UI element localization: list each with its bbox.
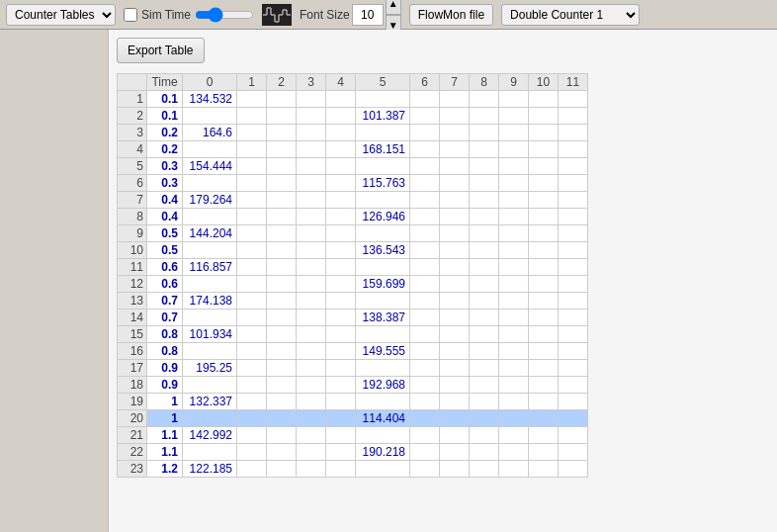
cell-rownum: 4 bbox=[118, 141, 147, 158]
cell-time: 0.9 bbox=[147, 377, 183, 394]
cell-col8 bbox=[470, 225, 499, 242]
cell-col1 bbox=[237, 108, 267, 125]
cell-col2 bbox=[267, 125, 297, 141]
cell-col10 bbox=[529, 108, 559, 125]
sim-time-slider[interactable] bbox=[195, 7, 254, 23]
cell-col4 bbox=[326, 427, 356, 444]
cell-col2 bbox=[267, 158, 297, 175]
cell-col6 bbox=[410, 158, 440, 175]
cell-col0: 144.204 bbox=[183, 225, 237, 242]
table-row: 120.6159.699 bbox=[118, 276, 588, 293]
cell-col0 bbox=[183, 242, 237, 259]
cell-rownum: 18 bbox=[118, 377, 147, 394]
header-col7: 7 bbox=[440, 74, 470, 91]
cell-col9 bbox=[499, 225, 529, 242]
cell-col3 bbox=[297, 343, 326, 360]
table-row: 170.9195.25 bbox=[118, 360, 588, 377]
cell-col6 bbox=[410, 444, 440, 461]
sim-time-checkbox[interactable] bbox=[124, 8, 137, 22]
cell-col1 bbox=[237, 192, 267, 209]
cell-rownum: 10 bbox=[118, 242, 147, 259]
cell-col4 bbox=[326, 141, 356, 158]
cell-col9 bbox=[499, 259, 529, 276]
cell-col5: 115.763 bbox=[356, 175, 410, 192]
cell-col10 bbox=[529, 276, 559, 293]
cell-col3 bbox=[297, 444, 326, 461]
cell-col10 bbox=[529, 158, 559, 175]
cell-col10 bbox=[529, 410, 559, 427]
cell-col2 bbox=[267, 427, 297, 444]
cell-col11 bbox=[559, 444, 588, 461]
cell-col0 bbox=[183, 343, 237, 360]
cell-col5 bbox=[356, 125, 410, 141]
cell-col10 bbox=[529, 91, 559, 108]
waveform-icon bbox=[262, 4, 292, 26]
cell-col5 bbox=[356, 427, 410, 444]
cell-col1 bbox=[237, 158, 267, 175]
cell-rownum: 3 bbox=[118, 125, 147, 141]
cell-col3 bbox=[297, 293, 326, 310]
cell-col4 bbox=[326, 209, 356, 225]
cell-col6 bbox=[410, 259, 440, 276]
cell-time: 0.9 bbox=[147, 360, 183, 377]
data-table: Time 0 1 2 3 4 5 6 7 8 9 10 11 10.1134.5… bbox=[117, 73, 588, 478]
cell-rownum: 1 bbox=[118, 91, 147, 108]
cell-col4 bbox=[326, 225, 356, 242]
cell-time: 0.5 bbox=[147, 242, 183, 259]
flowmon-button[interactable]: FlowMon file bbox=[409, 4, 493, 26]
cell-col7 bbox=[440, 377, 470, 394]
cell-col1 bbox=[237, 310, 267, 326]
table-row: 10.1134.532 bbox=[118, 91, 588, 108]
cell-col9 bbox=[499, 209, 529, 225]
header-col1: 1 bbox=[237, 74, 267, 91]
cell-col2 bbox=[267, 108, 297, 125]
table-row: 191132.337 bbox=[118, 394, 588, 410]
cell-col8 bbox=[470, 276, 499, 293]
cell-rownum: 8 bbox=[118, 209, 147, 225]
cell-time: 0.3 bbox=[147, 158, 183, 175]
cell-col6 bbox=[410, 276, 440, 293]
cell-col9 bbox=[499, 276, 529, 293]
cell-col0 bbox=[183, 410, 237, 427]
cell-col6 bbox=[410, 108, 440, 125]
cell-col4 bbox=[326, 410, 356, 427]
cell-col6 bbox=[410, 225, 440, 242]
cell-col4 bbox=[326, 293, 356, 310]
cell-time: 1.1 bbox=[147, 444, 183, 461]
font-size-input[interactable] bbox=[352, 4, 384, 26]
cell-rownum: 23 bbox=[118, 461, 147, 478]
cell-rownum: 19 bbox=[118, 394, 147, 410]
cell-col7 bbox=[440, 141, 470, 158]
cell-col3 bbox=[297, 175, 326, 192]
counter-tables-select[interactable]: Counter Tables bbox=[6, 4, 116, 26]
cell-col1 bbox=[237, 259, 267, 276]
export-table-button[interactable]: Export Table bbox=[117, 38, 205, 63]
font-size-up-btn[interactable]: ▲ bbox=[386, 0, 401, 15]
cell-col0 bbox=[183, 141, 237, 158]
cell-col2 bbox=[267, 293, 297, 310]
double-counter-select[interactable]: Double Counter 1 bbox=[501, 4, 640, 26]
cell-col9 bbox=[499, 444, 529, 461]
cell-col8 bbox=[470, 125, 499, 141]
cell-col11 bbox=[559, 259, 588, 276]
cell-col5: 149.555 bbox=[356, 343, 410, 360]
cell-time: 0.8 bbox=[147, 326, 183, 343]
cell-col6 bbox=[410, 461, 440, 478]
cell-col6 bbox=[410, 394, 440, 410]
cell-col0 bbox=[183, 276, 237, 293]
cell-col4 bbox=[326, 259, 356, 276]
cell-col11 bbox=[559, 276, 588, 293]
cell-col11 bbox=[559, 192, 588, 209]
cell-col2 bbox=[267, 91, 297, 108]
table-row: 221.1190.218 bbox=[118, 444, 588, 461]
cell-col7 bbox=[440, 394, 470, 410]
cell-col5 bbox=[356, 293, 410, 310]
cell-col9 bbox=[499, 293, 529, 310]
cell-col2 bbox=[267, 326, 297, 343]
content-area: Export Table Time 0 1 2 3 4 5 6 7 8 9 10 bbox=[109, 30, 777, 532]
cell-col7 bbox=[440, 125, 470, 141]
cell-col1 bbox=[237, 343, 267, 360]
cell-col6 bbox=[410, 293, 440, 310]
cell-col7 bbox=[440, 444, 470, 461]
cell-col11 bbox=[559, 175, 588, 192]
